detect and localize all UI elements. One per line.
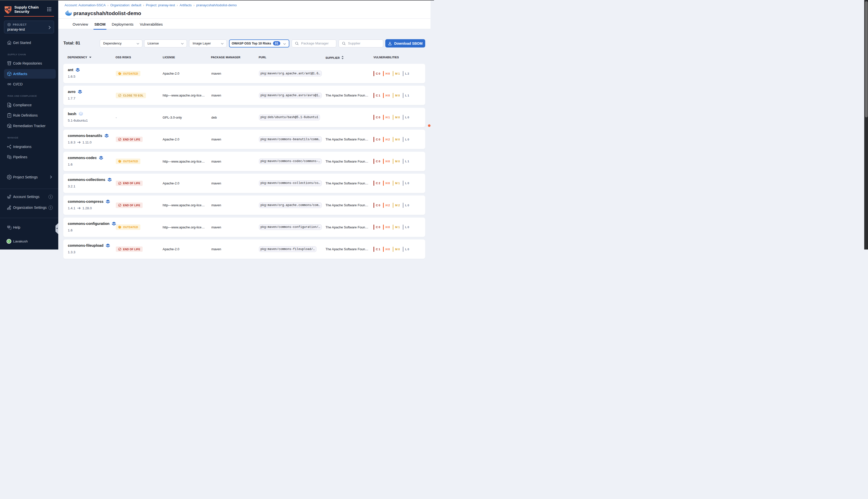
svg-text:?: ? <box>8 226 9 228</box>
